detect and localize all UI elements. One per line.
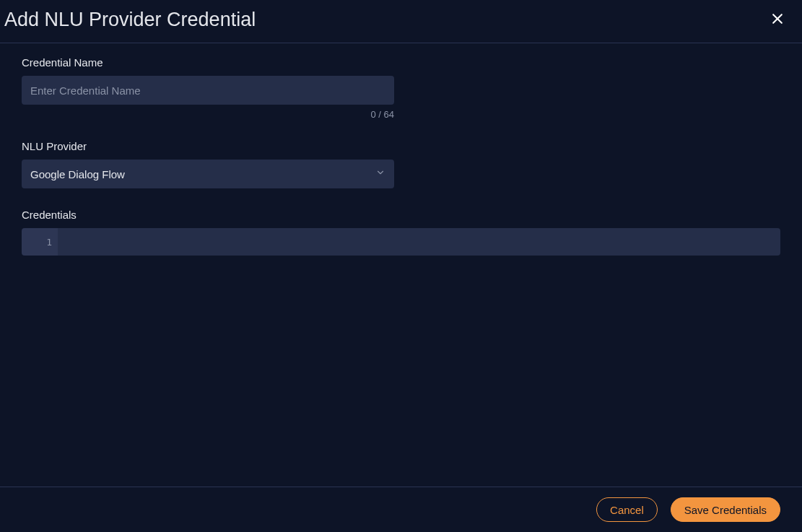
close-icon	[770, 12, 785, 28]
nlu-provider-group: NLU Provider Google Dialog Flow	[22, 140, 780, 188]
nlu-provider-select-wrapper: Google Dialog Flow	[22, 160, 394, 188]
nlu-provider-select[interactable]: Google Dialog Flow	[22, 160, 394, 188]
modal-title: Add NLU Provider Credential	[4, 9, 256, 31]
cancel-button[interactable]: Cancel	[596, 497, 658, 522]
credentials-editor: 1	[22, 228, 780, 256]
credential-name-group: Credential Name 0 / 64	[22, 56, 780, 120]
nlu-provider-selected-value: Google Dialog Flow	[30, 168, 125, 180]
save-button[interactable]: Save Credentials	[671, 497, 780, 522]
modal-footer: Cancel Save Credentials	[0, 487, 802, 532]
close-button[interactable]	[767, 9, 788, 31]
nlu-provider-label: NLU Provider	[22, 140, 780, 152]
credential-name-label: Credential Name	[22, 56, 780, 69]
credential-name-input[interactable]	[22, 76, 394, 105]
credentials-group: Credentials 1	[22, 209, 780, 256]
credentials-label: Credentials	[22, 209, 780, 221]
modal-body: Credential Name 0 / 64 NLU Provider Goog…	[0, 43, 802, 487]
line-number-gutter: 1	[22, 228, 58, 256]
credential-name-counter: 0 / 64	[22, 109, 394, 120]
modal-header: Add NLU Provider Credential	[0, 0, 802, 43]
credentials-input[interactable]	[58, 228, 780, 256]
